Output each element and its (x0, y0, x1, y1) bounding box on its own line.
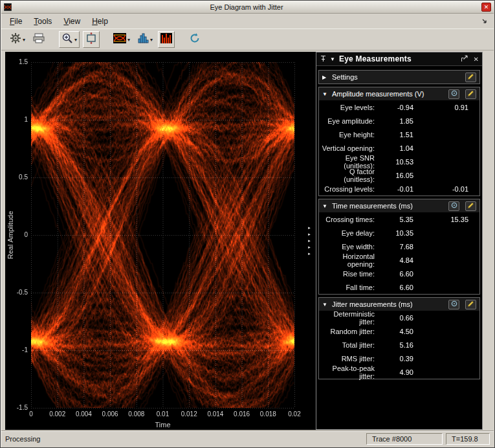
edit-button[interactable] (465, 300, 476, 309)
measurement-row-total-jitter: Total jitter:5.16 (319, 338, 479, 352)
zoom-icon (61, 32, 73, 47)
refresh-button[interactable] (186, 31, 203, 48)
chevron-down-icon[interactable]: ▾ (127, 37, 130, 43)
sim-time: T=159.8 (446, 433, 490, 445)
measurement-row-deterministic-jitter: Deterministic jitter:0.66 (319, 311, 479, 324)
edit-button[interactable] (465, 73, 476, 82)
measurements-panel-header[interactable]: ▼ Eye Measurements ✕ (316, 52, 482, 66)
display-settings-button[interactable] (448, 89, 459, 99)
toolbar: ▾ ▾ ▾ ▾ (1, 28, 494, 50)
expand-triangle-icon[interactable]: ▶ (322, 74, 328, 80)
measurement-row-peak-to-peak-jitter: Peak-to-peak jitter:4.90 (319, 365, 479, 379)
window-close-button[interactable]: ✕ (481, 3, 491, 12)
measurement-label: Total jitter: (322, 341, 375, 349)
section-amplitude-measurements-v: ▼Amplitude measurements (V)Eye levels:-0… (318, 87, 480, 196)
measurement-row-rms-jitter: RMS jitter:0.39 (319, 352, 479, 365)
collapse-triangle-icon[interactable]: ▼ (330, 56, 336, 62)
zoom-button[interactable]: ▾ (59, 31, 80, 48)
content-area: ▸ ▸ ▸ ▸ ▸ ▼ Eye Measurements ✕ ▶Settings… (1, 50, 494, 431)
edit-button[interactable] (465, 89, 476, 99)
measurement-label: Crossing levels: (322, 185, 375, 193)
trace-counter: Trace #8000 (366, 433, 443, 445)
jitter-histogram-button[interactable] (158, 31, 175, 48)
measurement-value: 1.51 (375, 131, 413, 139)
measurement-row-q-factor-unitless: Q factor (unitless):16.05 (319, 168, 479, 182)
fit-axes-icon (85, 32, 97, 47)
measurement-row-horizontal-opening: Horizontal opening:4.84 (319, 253, 479, 267)
pencil-icon (467, 73, 475, 82)
display-settings-button[interactable] (448, 201, 459, 211)
menubar-pin-icon[interactable] (481, 17, 489, 25)
edit-button[interactable] (465, 201, 476, 211)
section-settings: ▶Settings (318, 70, 480, 84)
histogram-button[interactable]: ▾ (135, 31, 155, 48)
panel-close-icon[interactable]: ✕ (474, 56, 479, 63)
measurement-value: 10.35 (375, 229, 413, 237)
menu-help[interactable]: Help (86, 15, 114, 28)
chevron-down-icon[interactable]: ▾ (74, 37, 77, 43)
menu-tools[interactable]: Tools (28, 15, 58, 28)
gear-icon (10, 32, 21, 47)
measurement-label: Fall time: (322, 284, 375, 291)
menu-view[interactable]: View (58, 15, 86, 28)
section-header-amplitude-measurements-v[interactable]: ▼Amplitude measurements (V) (319, 87, 479, 100)
section-label: Amplitude measurements (V) (332, 90, 443, 98)
section-header-time-measurements-ms[interactable]: ▼Time measurements (ms) (319, 199, 479, 212)
measurement-value: 1.85 (375, 117, 413, 125)
measurement-row-crossing-times: Crossing times:5.3515.35 (319, 212, 479, 226)
status-text: Processing (5, 435, 40, 443)
display-settings-button[interactable] (448, 300, 459, 309)
measurement-row-eye-amplitude: Eye amplitude:1.85 (319, 114, 479, 128)
measurement-row-vertical-opening: Vertical opening:1.04 (319, 141, 479, 155)
measurement-value: 0.39 (375, 355, 413, 363)
eye-diagram-canvas[interactable] (5, 52, 316, 430)
measurement-value: 1.04 (375, 144, 413, 152)
title-bar[interactable]: Eye Diagram with Jitter ✕ (1, 1, 494, 14)
measurement-row-eye-snr-unitless: Eye SNR (unitless):10.53 (319, 155, 479, 168)
measurement-value: -0.94 (375, 104, 413, 111)
collapse-triangle-icon[interactable]: ▼ (322, 203, 328, 209)
menu-bar: FileToolsViewHelp (1, 14, 494, 28)
measurement-value: 6.60 (375, 284, 413, 291)
pin-icon[interactable] (320, 55, 327, 63)
app-window: Eye Diagram with Jitter ✕ FileToolsViewH… (0, 0, 495, 448)
measurement-row-rise-time: Rise time:6.60 (319, 267, 479, 280)
measurement-value: 4.84 (375, 256, 413, 264)
eye-diagram-button[interactable]: ▾ (111, 31, 132, 48)
measurement-label: Eye height: (322, 131, 375, 139)
undock-icon[interactable] (461, 55, 468, 63)
red-histogram-icon (160, 33, 172, 46)
measurement-value: 4.50 (375, 328, 413, 335)
measurement-row-eye-delay: Eye delay:10.35 (319, 226, 479, 240)
scope-settings-button[interactable]: ▾ (8, 31, 27, 48)
measurement-value: 4.90 (375, 368, 413, 376)
measurement-value: 5.16 (375, 341, 413, 349)
menu-file[interactable]: File (4, 15, 28, 28)
display-settings-icon (450, 300, 458, 309)
collapse-triangle-icon[interactable]: ▼ (322, 91, 328, 97)
collapse-triangle-icon[interactable]: ▼ (322, 302, 328, 308)
measurement-row-eye-width: Eye width:7.68 (319, 240, 479, 253)
measurement-row-fall-time: Fall time:6.60 (319, 280, 479, 294)
scale-axes-button[interactable] (83, 31, 100, 48)
measurement-label: Eye width: (322, 243, 375, 251)
printer-icon (33, 33, 45, 46)
chevron-down-icon[interactable]: ▾ (23, 37, 25, 43)
chevron-down-icon[interactable]: ▾ (150, 37, 153, 43)
measurement-label: Rise time: (322, 270, 375, 278)
measurement-value: 5.35 (375, 216, 413, 223)
measurement-label: Q factor (unitless): (322, 168, 375, 183)
panel-splitter[interactable]: ▸ ▸ ▸ ▸ ▸ (305, 225, 314, 256)
measurement-label: Crossing times: (322, 216, 375, 223)
print-button[interactable] (30, 31, 47, 48)
measurement-row-eye-levels: Eye levels:-0.940.91 (319, 100, 479, 114)
pencil-icon (467, 300, 475, 309)
eye-diagram-icon (113, 33, 126, 46)
measurement-label: Random jitter: (322, 328, 375, 335)
section-header-jitter-measurements-ms[interactable]: ▼Jitter measurements (ms) (319, 298, 479, 311)
section-header-settings[interactable]: ▶Settings (319, 71, 479, 84)
measurement-label: Horizontal opening: (322, 252, 375, 268)
measurement-value-2: -0.01 (413, 185, 468, 193)
measurement-value: -0.01 (375, 185, 413, 193)
measurement-label: Eye levels: (322, 104, 375, 111)
